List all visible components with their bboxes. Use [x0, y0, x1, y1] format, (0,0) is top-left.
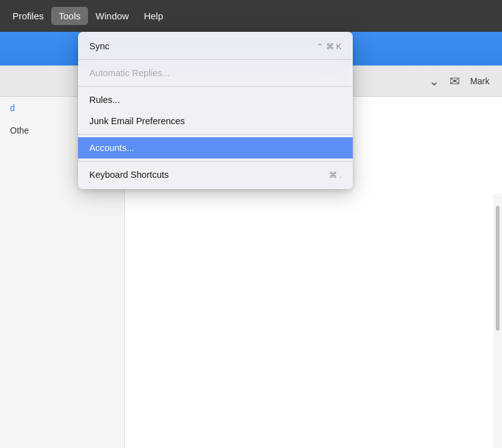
menu-help[interactable]: Help	[136, 7, 170, 25]
menu-item-accounts[interactable]: Accounts...	[78, 137, 353, 158]
rules-label: Rules...	[89, 95, 120, 105]
menu-item-automatic-replies: Automatic Replies...	[78, 62, 353, 84]
sync-shortcut: ⌃ ⌘ K	[317, 42, 342, 51]
menu-profiles[interactable]: Profiles	[5, 7, 51, 25]
keyboard-shortcuts-label: Keyboard Shortcuts	[89, 170, 169, 180]
sync-label: Sync	[89, 41, 109, 51]
menu-window[interactable]: Window	[88, 7, 136, 25]
separator-1	[78, 59, 353, 60]
menu-item-rules[interactable]: Rules...	[78, 89, 353, 110]
menu-tools[interactable]: Tools	[51, 7, 88, 25]
menu-item-junk-email[interactable]: Junk Email Preferences	[78, 110, 353, 132]
menu-item-sync[interactable]: Sync ⌃ ⌘ K	[78, 36, 353, 57]
automatic-replies-label: Automatic Replies...	[89, 68, 170, 78]
junk-email-label: Junk Email Preferences	[89, 116, 185, 126]
menu-item-keyboard-shortcuts[interactable]: Keyboard Shortcuts ⌘ .	[78, 164, 353, 185]
chevron-down-icon[interactable]: ⌄	[429, 74, 440, 89]
separator-4	[78, 161, 353, 162]
mark-label[interactable]: Mark	[470, 76, 490, 86]
keyboard-shortcuts-shortcut: ⌘ .	[329, 170, 342, 180]
accounts-label: Accounts...	[89, 143, 134, 153]
scrollbar[interactable]	[493, 193, 502, 448]
menu-bar: Profiles Tools Window Help	[0, 0, 502, 32]
separator-3	[78, 134, 353, 135]
scrollbar-thumb	[496, 206, 500, 331]
envelope-icon: ✉︎	[450, 74, 460, 89]
tools-dropdown-menu: Sync ⌃ ⌘ K Automatic Replies... Rules...…	[78, 32, 353, 189]
separator-2	[78, 86, 353, 87]
